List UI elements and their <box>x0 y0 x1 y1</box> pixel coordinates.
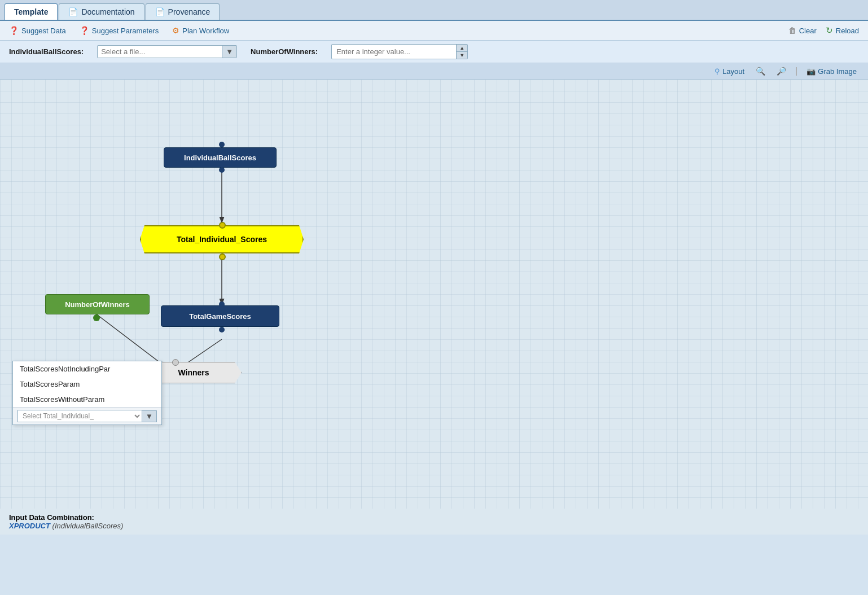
node-number-of-winners-label: NumberOfWinners <box>65 300 130 309</box>
grab-image-icon: 📷 <box>806 67 816 76</box>
canvas-container: IndividualBallScores Total_Individual_Sc… <box>0 80 868 509</box>
node-total-individual-scores-label: Total_Individual_Scores <box>177 235 267 244</box>
spin-down-button[interactable]: ▼ <box>457 52 467 59</box>
layout-icon: ⚲ <box>714 67 720 76</box>
node-total-game-scores-label: TotalGameScores <box>189 312 251 321</box>
main-toolbar: ❓ Suggest Data ❓ Suggest Parameters ⚙ Pl… <box>0 21 868 41</box>
spin-up-button[interactable]: ▲ <box>457 45 467 52</box>
input-data-combination-label: Input Data Combination: <box>9 513 94 522</box>
params-bar: IndividualBallScores: ▼ NumberOfWinners:… <box>0 41 868 63</box>
layout-label: Layout <box>722 67 744 76</box>
number-of-winners-label: NumberOfWinners: <box>251 47 318 56</box>
suggest-data-button[interactable]: ❓ Suggest Data <box>7 25 68 36</box>
zoom-out-icon: 🔎 <box>777 67 786 76</box>
dropdown-select-row: Select Total_Individual_ ▼ <box>13 407 161 425</box>
toolbar-right: 🗑 Clear ↻ Reload <box>786 24 861 37</box>
suggest-params-icon: ❓ <box>80 26 89 35</box>
number-of-winners-input[interactable] <box>332 46 456 58</box>
canvas-divider: | <box>795 66 797 76</box>
port-tgs-top <box>219 301 225 307</box>
zoom-in-icon: 🔍 <box>756 67 765 76</box>
node-winners-label: Winners <box>172 368 209 377</box>
port-winners-top <box>172 359 179 366</box>
dropdown-item-2[interactable]: TotalScoresWithoutParam <box>13 392 161 407</box>
individual-ball-scores-input-wrap: ▼ <box>97 45 237 58</box>
suggest-data-icon: ❓ <box>9 26 19 35</box>
dropdown-select[interactable]: Select Total_Individual_ <box>17 410 142 422</box>
bottom-info: Input Data Combination: XPRODUCT (Indivi… <box>0 509 868 535</box>
node-total-individual-scores[interactable]: Total_Individual_Scores <box>140 225 304 253</box>
reload-icon: ↻ <box>826 25 833 36</box>
number-of-winners-spin: ▲ ▼ <box>456 45 467 59</box>
dropdown-item-0[interactable]: TotalScoresNotIncludingPar <box>13 361 161 377</box>
svg-line-4 <box>96 314 166 368</box>
clear-label: Clear <box>799 27 817 35</box>
provenance-icon: 📄 <box>155 7 165 16</box>
plan-workflow-icon: ⚙ <box>172 26 179 35</box>
node-individual-ball-scores-label: IndividualBallScores <box>184 154 256 162</box>
port-now-bottom <box>93 314 100 321</box>
node-number-of-winners[interactable]: NumberOfWinners <box>45 294 150 314</box>
node-total-game-scores[interactable]: TotalGameScores <box>161 305 279 327</box>
tab-documentation[interactable]: 📄 Documentation <box>59 3 144 20</box>
doc-icon: 📄 <box>68 7 78 16</box>
xproduct-label: XPRODUCT <box>9 522 50 530</box>
reload-label: Reload <box>836 27 859 35</box>
layout-button[interactable]: ⚲ Layout <box>712 66 747 77</box>
individual-ball-scores-dropdown-btn[interactable]: ▼ <box>222 46 236 58</box>
port-tis-top <box>219 222 226 229</box>
tab-bar: Template 📄 Documentation 📄 Provenance <box>0 0 868 21</box>
tab-documentation-label: Documentation <box>81 7 134 16</box>
suggest-data-label: Suggest Data <box>21 27 66 35</box>
workflow-canvas[interactable]: IndividualBallScores Total_Individual_Sc… <box>0 80 868 509</box>
node-individual-ball-scores[interactable]: IndividualBallScores <box>164 147 277 168</box>
grab-image-button[interactable]: 📷 Grab Image <box>804 66 859 77</box>
port-ibs-bottom <box>219 167 225 173</box>
tab-template-label: Template <box>14 7 48 16</box>
clear-icon: 🗑 <box>788 26 796 35</box>
individual-ball-scores-label: IndividualBallScores: <box>9 47 84 56</box>
port-tis-bottom <box>219 253 226 260</box>
tab-provenance[interactable]: 📄 Provenance <box>146 3 220 20</box>
canvas-toolbar: ⚲ Layout 🔍 🔎 | 📷 Grab Image <box>0 63 868 80</box>
clear-button[interactable]: 🗑 Clear <box>786 25 819 36</box>
tab-provenance-label: Provenance <box>168 7 211 16</box>
number-of-winners-input-wrap: ▲ ▼ <box>331 44 468 59</box>
suggest-params-button[interactable]: ❓ Suggest Parameters <box>77 25 161 36</box>
reload-button[interactable]: ↻ Reload <box>823 24 861 37</box>
zoom-in-button[interactable]: 🔍 <box>753 65 768 77</box>
plan-workflow-button[interactable]: ⚙ Plan Workflow <box>170 25 231 36</box>
grab-image-label: Grab Image <box>818 67 857 76</box>
zoom-out-button[interactable]: 🔎 <box>774 65 788 77</box>
tab-template[interactable]: Template <box>5 3 58 20</box>
port-tgs-bottom <box>219 327 225 333</box>
suggest-params-label: Suggest Parameters <box>92 27 159 35</box>
plan-workflow-label: Plan Workflow <box>182 27 229 35</box>
dropdown-select-btn[interactable]: ▼ <box>142 410 157 422</box>
xproduct-args: (IndividualBallScores) <box>52 522 124 530</box>
port-ibs-top <box>219 142 225 147</box>
dropdown-item-1[interactable]: TotalScoresParam <box>13 377 161 392</box>
dropdown-popup: TotalScoresNotIncludingPar TotalScoresPa… <box>12 361 162 425</box>
individual-ball-scores-input[interactable] <box>98 46 222 58</box>
